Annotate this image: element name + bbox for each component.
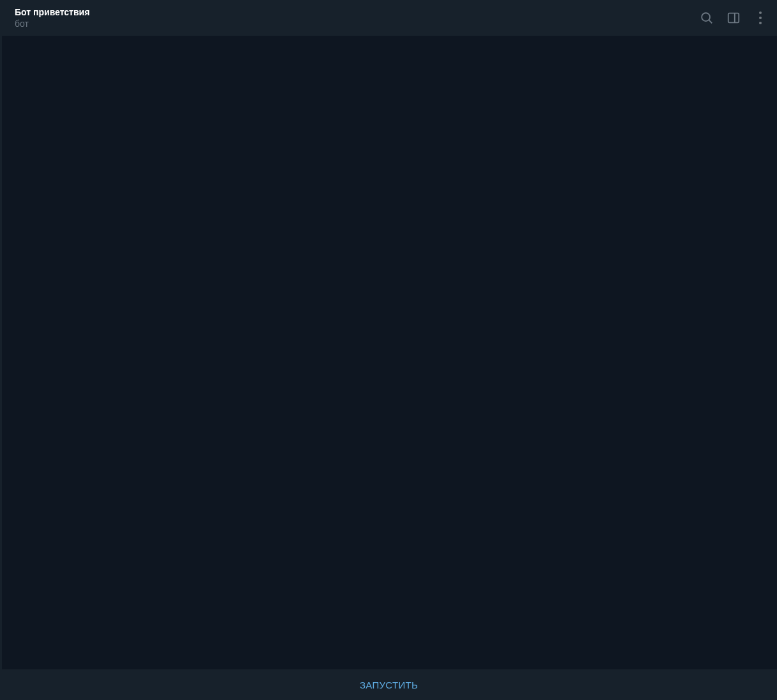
chat-subtitle: бот: [15, 18, 699, 29]
chat-header: Бот приветствия бот: [0, 0, 777, 36]
chat-title: Бот приветствия: [15, 6, 699, 18]
chat-info[interactable]: Бот приветствия бот: [15, 6, 699, 29]
svg-line-1: [709, 20, 712, 24]
svg-point-0: [702, 13, 710, 21]
header-actions: [699, 10, 768, 26]
start-button[interactable]: ЗАПУСТИТЬ: [1, 669, 777, 700]
sidepanel-icon[interactable]: [726, 10, 741, 26]
search-icon[interactable]: [699, 10, 714, 26]
svg-rect-2: [728, 13, 739, 23]
left-edge-strip: [0, 0, 2, 700]
chat-footer: ЗАПУСТИТЬ: [0, 669, 777, 700]
chat-message-area: [0, 36, 777, 669]
more-options-icon[interactable]: [753, 10, 768, 26]
